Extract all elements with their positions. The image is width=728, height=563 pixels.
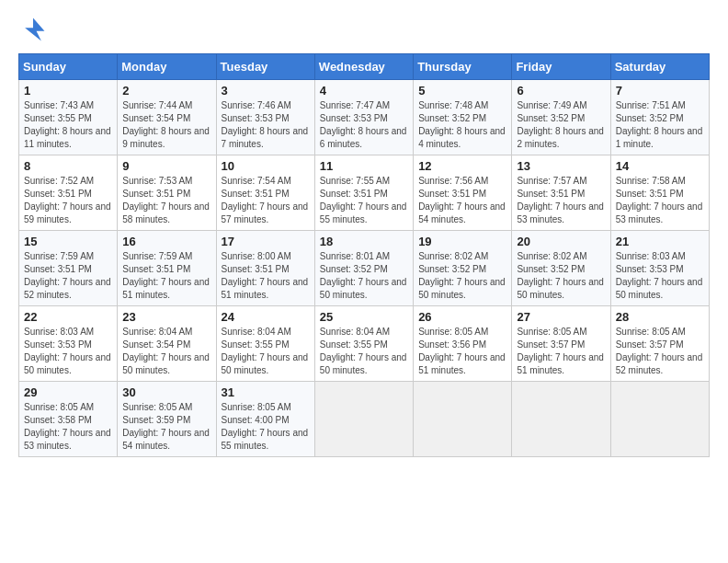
day-detail: Sunrise: 7:55 AMSunset: 3:51 PMDaylight:… [320,175,408,226]
day-number: 19 [418,235,506,248]
day-number: 15 [24,235,112,248]
day-detail: Sunrise: 8:00 AMSunset: 3:51 PMDaylight:… [222,250,310,302]
day-cell: 4Sunrise: 7:47 AMSunset: 3:53 PMDaylight… [314,80,413,155]
day-cell: 2Sunrise: 7:44 AMSunset: 3:54 PMDaylight… [118,80,216,155]
column-header-monday: Monday [118,54,216,80]
day-cell: 31Sunrise: 8:05 AMSunset: 4:00 PMDayligh… [216,382,314,457]
day-cell: 19Sunrise: 8:02 AMSunset: 3:52 PMDayligh… [414,231,512,306]
day-cell: 10Sunrise: 7:54 AMSunset: 3:51 PMDayligh… [216,155,314,231]
column-header-thursday: Thursday [414,54,512,80]
day-number: 24 [222,310,310,324]
column-header-wednesday: Wednesday [314,54,413,80]
day-number: 13 [517,159,605,173]
day-detail: Sunrise: 8:04 AMSunset: 3:55 PMDaylight:… [222,326,310,377]
day-cell: 6Sunrise: 7:49 AMSunset: 3:52 PMDaylight… [512,80,610,155]
day-number: 21 [616,235,704,248]
day-cell: 1Sunrise: 7:43 AMSunset: 3:55 PMDaylight… [19,80,118,155]
day-number: 26 [418,310,506,324]
page-header [18,15,710,44]
day-number: 3 [222,84,310,98]
day-detail: Sunrise: 8:02 AMSunset: 3:52 PMDaylight:… [517,250,605,302]
day-cell: 24Sunrise: 8:04 AMSunset: 3:55 PMDayligh… [216,306,314,382]
column-header-tuesday: Tuesday [216,54,314,80]
day-cell: 7Sunrise: 7:51 AMSunset: 3:52 PMDaylight… [610,80,709,155]
day-number: 11 [320,159,408,173]
day-detail: Sunrise: 8:02 AMSunset: 3:52 PMDaylight:… [418,250,506,302]
day-cell: 22Sunrise: 8:03 AMSunset: 3:53 PMDayligh… [19,306,118,382]
calendar-header: SundayMondayTuesdayWednesdayThursdayFrid… [19,54,710,80]
day-detail: Sunrise: 7:53 AMSunset: 3:51 PMDaylight:… [122,175,210,226]
day-number: 29 [24,385,112,399]
day-cell [610,382,709,457]
day-cell [314,382,413,457]
day-cell: 11Sunrise: 7:55 AMSunset: 3:51 PMDayligh… [314,155,413,231]
day-detail: Sunrise: 7:57 AMSunset: 3:51 PMDaylight:… [517,175,605,226]
week-row-4: 22Sunrise: 8:03 AMSunset: 3:53 PMDayligh… [19,306,710,382]
day-detail: Sunrise: 7:44 AMSunset: 3:54 PMDaylight:… [122,99,210,151]
day-detail: Sunrise: 7:59 AMSunset: 3:51 PMDaylight:… [24,250,112,302]
day-number: 6 [517,84,605,98]
day-detail: Sunrise: 8:05 AMSunset: 3:57 PMDaylight:… [517,326,605,377]
day-detail: Sunrise: 7:48 AMSunset: 3:52 PMDaylight:… [418,99,506,151]
day-number: 8 [24,159,112,173]
week-row-1: 1Sunrise: 7:43 AMSunset: 3:55 PMDaylight… [19,80,710,155]
day-detail: Sunrise: 7:52 AMSunset: 3:51 PMDaylight:… [24,175,112,226]
column-header-saturday: Saturday [610,54,709,80]
day-detail: Sunrise: 7:49 AMSunset: 3:52 PMDaylight:… [517,99,605,151]
day-number: 1 [24,84,112,98]
calendar-body: 1Sunrise: 7:43 AMSunset: 3:55 PMDaylight… [19,80,710,457]
day-cell [414,382,512,457]
day-cell: 15Sunrise: 7:59 AMSunset: 3:51 PMDayligh… [19,231,118,306]
day-cell: 26Sunrise: 8:05 AMSunset: 3:56 PMDayligh… [414,306,512,382]
day-number: 25 [320,310,408,324]
day-cell: 13Sunrise: 7:57 AMSunset: 3:51 PMDayligh… [512,155,610,231]
day-cell: 23Sunrise: 8:04 AMSunset: 3:54 PMDayligh… [118,306,216,382]
column-header-friday: Friday [512,54,610,80]
day-detail: Sunrise: 8:05 AMSunset: 3:56 PMDaylight:… [418,326,506,377]
day-number: 17 [222,235,310,248]
logo-icon [18,15,48,44]
day-number: 10 [222,159,310,173]
day-cell: 12Sunrise: 7:56 AMSunset: 3:51 PMDayligh… [414,155,512,231]
day-number: 30 [122,385,210,399]
day-detail: Sunrise: 7:59 AMSunset: 3:51 PMDaylight:… [122,250,210,302]
day-number: 23 [122,310,210,324]
day-cell: 17Sunrise: 8:00 AMSunset: 3:51 PMDayligh… [216,231,314,306]
day-number: 14 [616,159,704,173]
day-number: 28 [616,310,704,324]
day-cell: 28Sunrise: 8:05 AMSunset: 3:57 PMDayligh… [610,306,709,382]
day-cell: 16Sunrise: 7:59 AMSunset: 3:51 PMDayligh… [118,231,216,306]
day-cell: 14Sunrise: 7:58 AMSunset: 3:51 PMDayligh… [610,155,709,231]
day-cell: 5Sunrise: 7:48 AMSunset: 3:52 PMDaylight… [414,80,512,155]
day-number: 31 [222,385,310,399]
day-cell: 18Sunrise: 8:01 AMSunset: 3:52 PMDayligh… [314,231,413,306]
day-detail: Sunrise: 8:03 AMSunset: 3:53 PMDaylight:… [24,326,112,377]
calendar-table: SundayMondayTuesdayWednesdayThursdayFrid… [18,53,710,457]
day-cell: 3Sunrise: 7:46 AMSunset: 3:53 PMDaylight… [216,80,314,155]
day-number: 9 [122,159,210,173]
day-cell: 29Sunrise: 8:05 AMSunset: 3:58 PMDayligh… [19,382,118,457]
day-detail: Sunrise: 7:51 AMSunset: 3:52 PMDaylight:… [616,99,704,151]
day-cell: 21Sunrise: 8:03 AMSunset: 3:53 PMDayligh… [610,231,709,306]
header-row: SundayMondayTuesdayWednesdayThursdayFrid… [19,54,710,80]
week-row-5: 29Sunrise: 8:05 AMSunset: 3:58 PMDayligh… [19,382,710,457]
day-cell [512,382,610,457]
day-number: 27 [517,310,605,324]
day-detail: Sunrise: 8:03 AMSunset: 3:53 PMDaylight:… [616,250,704,302]
day-detail: Sunrise: 8:05 AMSunset: 3:59 PMDaylight:… [122,401,210,453]
day-number: 2 [122,84,210,98]
day-cell: 25Sunrise: 8:04 AMSunset: 3:55 PMDayligh… [314,306,413,382]
column-header-sunday: Sunday [19,54,118,80]
day-detail: Sunrise: 7:46 AMSunset: 3:53 PMDaylight:… [222,99,310,151]
day-number: 18 [320,235,408,248]
day-detail: Sunrise: 7:47 AMSunset: 3:53 PMDaylight:… [320,99,408,151]
day-detail: Sunrise: 8:05 AMSunset: 3:57 PMDaylight:… [616,326,704,377]
day-detail: Sunrise: 8:05 AMSunset: 4:00 PMDaylight:… [222,401,310,453]
day-detail: Sunrise: 8:01 AMSunset: 3:52 PMDaylight:… [320,250,408,302]
day-detail: Sunrise: 7:54 AMSunset: 3:51 PMDaylight:… [222,175,310,226]
day-cell: 27Sunrise: 8:05 AMSunset: 3:57 PMDayligh… [512,306,610,382]
day-number: 20 [517,235,605,248]
day-number: 12 [418,159,506,173]
week-row-3: 15Sunrise: 7:59 AMSunset: 3:51 PMDayligh… [19,231,710,306]
day-number: 7 [616,84,704,98]
